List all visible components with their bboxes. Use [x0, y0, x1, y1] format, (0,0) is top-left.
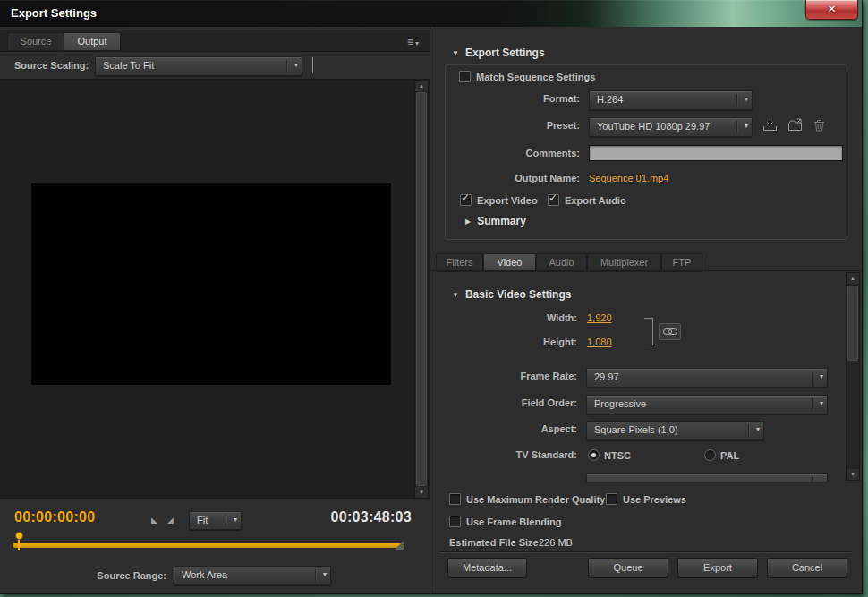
tab-source[interactable]: Source: [7, 32, 64, 51]
aspect-label: Aspect:: [443, 423, 577, 434]
timeline-track[interactable]: [13, 543, 404, 548]
frame-rate-dropdown[interactable]: 29.97 ▾: [586, 368, 828, 388]
basic-video-settings-title: Basic Video Settings: [465, 288, 571, 301]
chain-link-icon: [663, 328, 677, 336]
width-label: Width:: [443, 312, 577, 323]
dropdown-arrow-icon: ▾: [820, 372, 823, 380]
scroll-up-icon: ▲: [850, 276, 855, 281]
zoom-level-dropdown[interactable]: Fit ▾: [189, 511, 242, 530]
close-icon: ✕: [827, 3, 836, 15]
video-preview: [31, 183, 391, 385]
output-name-link[interactable]: Sequence 01.mp4: [589, 173, 668, 183]
tab-multiplexer[interactable]: Multiplexer: [587, 253, 661, 272]
height-value[interactable]: 1,080: [587, 337, 612, 347]
comments-input[interactable]: [589, 145, 843, 161]
dropdown-arrow-icon: ▾: [234, 516, 237, 524]
frame-rate-label: Frame Rate:: [443, 371, 577, 381]
collapse-open-icon: ▼: [452, 49, 459, 57]
dropdown-separator: [748, 424, 749, 437]
dropdown-arrow-icon: ▾: [745, 122, 748, 130]
tab-video[interactable]: Video: [483, 253, 536, 272]
desktop-background: Export Settings ✕ Source Output ≡▾ Sourc…: [0, 0, 868, 597]
tab-filters[interactable]: Filters: [436, 253, 483, 272]
preview-tabstrip: Source Output ≡▾: [0, 30, 430, 52]
use-frame-blending-checkbox[interactable]: [449, 516, 461, 527]
import-preset-icon[interactable]: [787, 118, 803, 135]
output-name-label: Output Name:: [446, 173, 580, 183]
dimension-bracket: [644, 318, 653, 345]
titlebar[interactable]: Export Settings ✕: [0, 0, 862, 27]
frame-rate-value: 29.97: [594, 371, 619, 382]
collapse-closed-icon: ▶: [465, 217, 471, 226]
dropdown-separator: [812, 477, 813, 482]
dropdown-separator: [226, 515, 226, 526]
panel-menu-icon[interactable]: ≡▾: [407, 33, 419, 49]
field-order-dropdown[interactable]: Progressive ▾: [586, 395, 828, 414]
dropdown-arrow-icon: ▾: [294, 61, 298, 69]
use-previews-checkbox[interactable]: [606, 493, 617, 505]
use-frame-blending-label: Use Frame Blending: [466, 516, 561, 527]
cancel-button[interactable]: Cancel: [767, 558, 847, 578]
link-dimensions-button[interactable]: [659, 323, 681, 340]
summary-title: Summary: [477, 215, 526, 227]
playhead[interactable]: [18, 537, 20, 550]
tv-standard-label: TV Standard:: [443, 449, 577, 460]
current-timecode[interactable]: 00:00:00:00: [14, 509, 95, 525]
metadata-button[interactable]: Metadata...: [447, 558, 527, 578]
width-value[interactable]: 1,920: [587, 312, 612, 323]
queue-button[interactable]: Queue: [588, 558, 668, 578]
duration-timecode: 00:03:48:03: [331, 509, 412, 525]
clipped-dropdown[interactable]: [586, 473, 828, 482]
dropdown-separator: [812, 398, 813, 411]
export-settings-dialog: Export Settings ✕ Source Output ≡▾ Sourc…: [0, 0, 863, 594]
collapse-open-icon: ▼: [452, 291, 459, 299]
dropdown-arrow-icon: ▾: [820, 399, 823, 407]
export-button[interactable]: Export: [677, 558, 758, 578]
aspect-dropdown[interactable]: Square Pixels (1.0) ▾: [586, 421, 764, 440]
timeline-end-marker[interactable]: [395, 541, 404, 550]
basic-video-settings-header[interactable]: ▼ Basic Video Settings: [452, 288, 571, 301]
preset-label: Preset:: [446, 120, 580, 131]
source-range-dropdown[interactable]: Work Area ▾: [174, 566, 331, 585]
summary-section-header[interactable]: ▶ Summary: [465, 215, 526, 227]
marker-out-icon[interactable]: ◢: [167, 516, 174, 525]
source-scaling-dropdown[interactable]: Scale To Fit ▾: [95, 56, 302, 76]
tab-audio[interactable]: Audio: [536, 253, 587, 272]
format-dropdown[interactable]: H.264 ▾: [589, 90, 753, 110]
preview-scrollbar[interactable]: ▲ ▼: [414, 80, 429, 499]
close-button[interactable]: ✕: [805, 0, 858, 20]
menu-arrow-icon: ▾: [415, 39, 419, 47]
source-range-label: Source Range:: [32, 570, 166, 581]
dropdown-arrow-icon: ▾: [756, 425, 760, 433]
scroll-up-button[interactable]: ▲: [847, 273, 859, 284]
preset-dropdown[interactable]: YouTube HD 1080p 29.97 ▾: [589, 117, 753, 137]
scroll-up-button[interactable]: ▲: [415, 81, 428, 91]
marker-in-icon[interactable]: ◣: [151, 516, 157, 525]
ntsc-radio[interactable]: [588, 449, 600, 461]
dropdown-separator: [812, 371, 813, 384]
scrollbar-thumb[interactable]: [416, 92, 427, 486]
scroll-down-button[interactable]: ▼: [415, 487, 428, 498]
use-max-render-quality-checkbox[interactable]: [449, 493, 461, 505]
scroll-up-icon: ▲: [419, 83, 424, 89]
settings-scrollbar[interactable]: ▲ ▼: [846, 272, 860, 481]
delete-preset-icon[interactable]: [813, 119, 825, 135]
window-title: Export Settings: [11, 6, 97, 20]
export-audio-checkbox[interactable]: ✓: [548, 194, 559, 206]
export-video-checkbox[interactable]: ✓: [460, 194, 472, 206]
scrollbar-thumb[interactable]: [847, 286, 858, 361]
export-settings-section-header[interactable]: ▼ Export Settings: [452, 47, 545, 59]
tab-output[interactable]: Output: [64, 32, 121, 51]
preview-panel: Source Output ≡▾ Source Scaling: Scale T…: [0, 27, 430, 593]
zoom-level-value: Fit: [197, 515, 208, 525]
match-sequence-checkbox[interactable]: [459, 71, 471, 82]
match-sequence-label: Match Sequence Settings: [476, 72, 595, 82]
scroll-down-button[interactable]: ▼: [847, 469, 859, 480]
field-order-label: Field Order:: [443, 397, 577, 408]
ntsc-label: NTSC: [604, 450, 631, 461]
pal-label: PAL: [720, 450, 739, 461]
tab-ftp[interactable]: FTP: [661, 253, 702, 272]
export-settings-title: Export Settings: [465, 47, 545, 59]
save-preset-icon[interactable]: [762, 118, 778, 135]
pal-radio[interactable]: [704, 449, 716, 461]
